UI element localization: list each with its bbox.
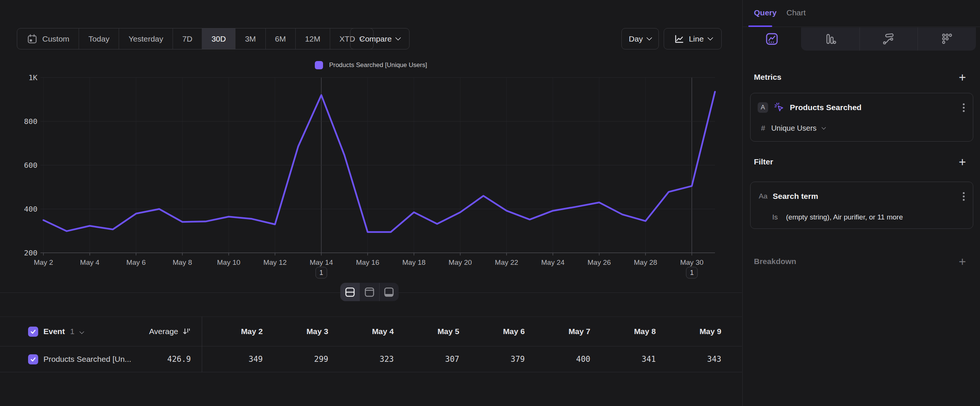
tab-chart[interactable]: Chart — [786, 8, 805, 17]
check-icon — [30, 328, 36, 335]
metric-name: Products Searched — [790, 103, 861, 112]
annotation-badge[interactable]: 1 — [686, 267, 697, 278]
date-range-3m[interactable]: 3M — [235, 29, 265, 49]
average-value: 426.9 — [127, 346, 191, 372]
compare-label: Compare — [360, 35, 391, 43]
add-filter-button[interactable]: + — [956, 156, 969, 168]
add-metric-button[interactable]: + — [956, 71, 969, 84]
active-tab-underline — [748, 25, 772, 27]
date-range-6m[interactable]: 6M — [266, 29, 295, 49]
x-axis-tick-label: May 2 — [34, 258, 53, 266]
cell-value: 343 — [656, 346, 721, 372]
date-range-yesterday[interactable]: Yesterday — [119, 29, 173, 49]
date-range-custom[interactable]: Custom — [17, 29, 79, 49]
date-column-header: May 7 — [525, 317, 590, 346]
x-axis-tick-label: May 8 — [173, 258, 192, 266]
x-axis-tick-label: May 20 — [449, 258, 472, 266]
layout-split-button[interactable] — [340, 283, 360, 301]
chevron-down-icon — [395, 35, 401, 41]
y-axis-tick-label: 600 — [24, 161, 37, 170]
split-view-icon — [344, 286, 356, 299]
x-axis-tick-label: May 12 — [263, 258, 286, 266]
retention-icon — [940, 32, 954, 46]
legend-swatch — [315, 61, 323, 69]
query-sidebar: Query Chart — [742, 0, 980, 406]
layout-table-only-button[interactable] — [379, 283, 399, 301]
table-header-row: Event 1 Average May 2May 3May 4May 5May … — [0, 317, 742, 346]
date-column-header: May 6 — [459, 317, 525, 346]
line-chart[interactable]: 2004006008001KMay 2May 4May 6May 8May 10… — [0, 71, 742, 287]
chevron-down-icon — [708, 35, 713, 41]
row-label: Products Searched [Un... — [43, 355, 131, 364]
annotation-badge[interactable]: 1 — [315, 267, 327, 278]
string-type-icon: Aa — [759, 192, 767, 201]
x-axis-tick-label: May 18 — [402, 258, 426, 266]
date-column-header: May 8 — [590, 317, 656, 346]
filter-card: Aa Search term Is (empty string), Air pu… — [750, 182, 973, 229]
flows-tab[interactable] — [859, 27, 918, 51]
date-range-label: Custom — [42, 35, 69, 43]
event-column-header: Event — [43, 327, 65, 336]
x-axis-tick-label: May 30 — [680, 258, 703, 266]
x-axis-tick-label: May 10 — [217, 258, 240, 266]
row-checkbox[interactable] — [28, 354, 38, 365]
svg-text:1: 1 — [319, 269, 323, 276]
select-all-checkbox[interactable] — [28, 326, 38, 337]
x-axis-tick-label: May 28 — [634, 258, 657, 266]
date-column-header: May 2 — [197, 317, 263, 346]
line-chart-icon — [673, 33, 684, 45]
add-breakdown-button[interactable]: + — [956, 255, 969, 268]
chevron-down-icon[interactable] — [80, 329, 84, 334]
date-range-label: 30D — [212, 35, 226, 43]
granularity-button[interactable]: Day — [621, 28, 659, 49]
cell-value: 400 — [525, 346, 590, 372]
metric-menu-button[interactable] — [963, 107, 965, 108]
granularity-label: Day — [629, 35, 643, 43]
y-axis-tick-label: 400 — [24, 204, 37, 213]
flows-icon — [882, 32, 896, 46]
cell-value: 307 — [394, 346, 459, 372]
date-column-header: May 9 — [656, 317, 721, 346]
tab-query[interactable]: Query — [754, 8, 777, 17]
chevron-down-icon — [646, 35, 652, 41]
funnels-icon — [824, 32, 837, 46]
chart-legend: Products Searched [Unique Users] — [0, 61, 742, 69]
insights-tab[interactable] — [743, 27, 801, 51]
chart-type-button[interactable]: Line — [664, 28, 722, 49]
x-axis-tick-label: May 24 — [541, 258, 565, 266]
chart-type-label: Line — [689, 35, 704, 43]
date-range-12m[interactable]: 12M — [295, 29, 330, 49]
date-range-today[interactable]: Today — [79, 29, 119, 49]
layout-chart-only-button[interactable] — [360, 283, 379, 301]
filter-condition[interactable]: Is (empty string), Air purifier, or 11 m… — [751, 212, 973, 223]
filter-row[interactable]: Aa Search term — [751, 189, 973, 203]
date-range-label: 6M — [275, 35, 286, 43]
sidebar-tabbar: Query Chart — [743, 0, 980, 27]
sort-descending-icon[interactable] — [182, 327, 191, 336]
metric-row[interactable]: A Products Searched — [751, 101, 973, 114]
filter-operator: Is — [772, 213, 778, 221]
metric-letter-badge: A — [758, 102, 768, 113]
date-column-header: May 5 — [394, 317, 459, 346]
aggregation-selector[interactable]: # Unique Users — [751, 123, 973, 134]
analysis-type-tabs — [743, 27, 976, 51]
date-range-label: Today — [88, 35, 109, 43]
filter-menu-button[interactable] — [963, 196, 965, 197]
date-range-label: 3M — [245, 35, 256, 43]
table-only-view-icon — [383, 286, 395, 299]
retention-tab[interactable] — [918, 27, 976, 51]
x-axis-tick-label: May 26 — [588, 258, 611, 266]
filter-value: (empty string), Air purifier, or 11 more — [786, 213, 903, 221]
y-axis-tick-label: 200 — [24, 248, 37, 257]
date-range-label: 12M — [305, 35, 320, 43]
chart-only-view-icon — [363, 286, 376, 299]
cell-value: 323 — [328, 346, 394, 372]
number-icon: # — [761, 124, 765, 132]
calendar-icon — [27, 33, 38, 45]
compare-button[interactable]: Compare — [350, 28, 409, 49]
date-range-7d[interactable]: 7D — [173, 29, 202, 49]
svg-text:1: 1 — [690, 269, 694, 276]
check-icon — [30, 356, 36, 363]
funnels-tab[interactable] — [801, 27, 859, 51]
date-range-30d[interactable]: 30D — [202, 29, 235, 49]
